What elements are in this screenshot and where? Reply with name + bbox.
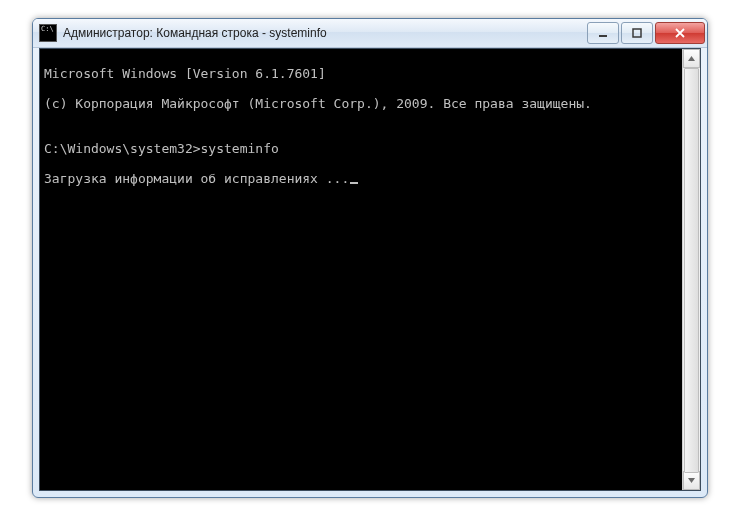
console-loading-line: Загрузка информации об исправлениях ... [44, 171, 678, 186]
window-controls [585, 22, 705, 44]
scroll-track[interactable] [683, 68, 700, 471]
loading-text: Загрузка информации об исправлениях ... [44, 171, 349, 186]
scroll-down-button[interactable] [683, 471, 700, 490]
client-area: Microsoft Windows [Version 6.1.7601] (c)… [39, 48, 701, 491]
console-line: Microsoft Windows [Version 6.1.7601] [44, 66, 678, 81]
command-text: systeminfo [201, 141, 279, 156]
vertical-scrollbar[interactable] [682, 49, 700, 490]
console-prompt-line: C:\Windows\system32>systeminfo [44, 141, 678, 156]
maximize-button[interactable] [621, 22, 653, 44]
cmd-icon [39, 24, 57, 42]
text-cursor [350, 182, 358, 184]
window-title: Администратор: Командная строка - system… [63, 26, 585, 40]
scroll-thumb[interactable] [684, 68, 699, 473]
svg-rect-0 [599, 35, 607, 37]
titlebar[interactable]: Администратор: Командная строка - system… [33, 19, 707, 48]
minimize-button[interactable] [587, 22, 619, 44]
prompt-path: C:\Windows\system32> [44, 141, 201, 156]
console-line: (c) Корпорация Майкрософт (Microsoft Cor… [44, 96, 678, 111]
svg-rect-1 [633, 29, 641, 37]
close-button[interactable] [655, 22, 705, 44]
command-prompt-window: Администратор: Командная строка - system… [32, 18, 708, 498]
console-output[interactable]: Microsoft Windows [Version 6.1.7601] (c)… [40, 49, 682, 490]
scroll-up-button[interactable] [683, 49, 700, 68]
